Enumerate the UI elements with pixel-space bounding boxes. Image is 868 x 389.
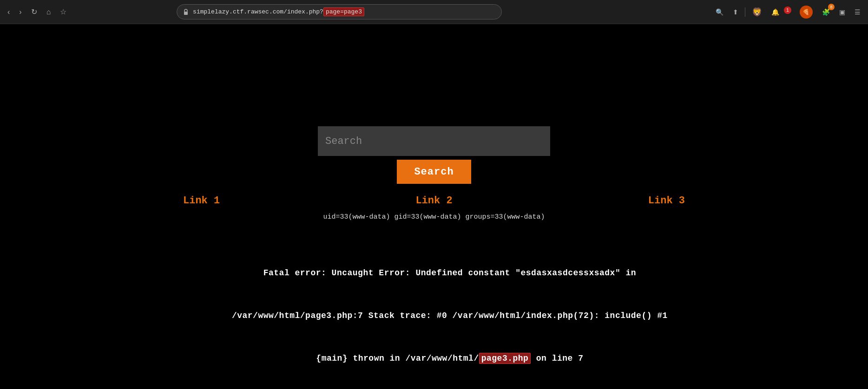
- uid-info: uid=33(www-data) gid=33(www-data) groups…: [323, 213, 545, 221]
- link2[interactable]: Link 2: [415, 195, 452, 207]
- url-text: simplelazy.ctf.rawsec.com/index.php?page…: [193, 7, 496, 16]
- search-input[interactable]: [318, 126, 550, 156]
- sidebar-toggle[interactable]: ▣: [836, 6, 848, 18]
- forward-button[interactable]: ›: [16, 6, 24, 18]
- error-text: Fatal error: Uncaught Error: Undefined c…: [28, 252, 840, 380]
- error-section: Fatal error: Uncaught Error: Undefined c…: [0, 244, 868, 389]
- svg-rect-0: [184, 12, 188, 15]
- menu-button[interactable]: ☰: [852, 6, 863, 18]
- notification-area: 🔔 1: [769, 6, 793, 18]
- search-button[interactable]: Search: [397, 160, 471, 184]
- reload-button[interactable]: ↻: [28, 6, 40, 18]
- lock-icon: [183, 9, 189, 15]
- links-row: Link 1 Link 2 Link 3: [155, 195, 713, 207]
- page-content: Search Link 1 Link 2 Link 3 uid=33(www-d…: [0, 24, 868, 389]
- browser-right-icons: 🔍 ⬆ 🦁 🔔 1 🍕 🧩 8 ▣ ☰: [713, 4, 863, 20]
- zoom-button[interactable]: 🔍: [713, 6, 726, 18]
- avatar-button[interactable]: 🍕: [797, 4, 815, 20]
- bookmark-button[interactable]: ☆: [57, 6, 69, 18]
- home-button[interactable]: ⌂: [44, 6, 54, 18]
- error-file-highlight: page3.php: [479, 353, 531, 364]
- link3[interactable]: Link 3: [648, 195, 685, 207]
- extension-badge: 8: [828, 4, 835, 10]
- extensions-button[interactable]: 🧩 8: [819, 6, 833, 18]
- divider: [745, 7, 745, 17]
- address-bar[interactable]: simplelazy.ctf.rawsec.com/index.php?page…: [177, 4, 502, 19]
- notification-button[interactable]: 🔔: [769, 6, 782, 18]
- brave-icon[interactable]: 🦁: [749, 5, 765, 19]
- share-button[interactable]: ⬆: [730, 6, 741, 18]
- user-avatar: 🍕: [800, 6, 813, 19]
- url-param-highlight: page=page3: [323, 7, 364, 16]
- search-area: Search: [318, 126, 550, 184]
- browser-chrome: ‹ › ↻ ⌂ ☆ simplelazy.ctf.rawsec.com/inde…: [0, 0, 868, 24]
- notification-count: 1: [784, 6, 791, 14]
- back-button[interactable]: ‹: [5, 6, 13, 18]
- link1[interactable]: Link 1: [183, 195, 220, 207]
